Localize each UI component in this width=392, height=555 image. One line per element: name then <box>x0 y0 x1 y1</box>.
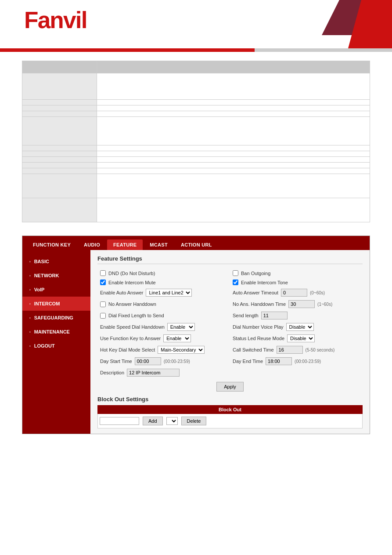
apply-button[interactable]: Apply <box>216 382 244 392</box>
add-button[interactable]: Add <box>143 417 163 425</box>
table-row <box>22 198 370 222</box>
auto-answer-cell: Enable Auto Answer Line1 and Line2 <box>97 287 230 298</box>
tab-function-key[interactable]: FUNCTION KEY <box>27 239 77 250</box>
description-cell: Description <box>97 367 230 378</box>
sidebar-item-logout[interactable]: › LOGOUT <box>22 339 90 353</box>
dnd-checkbox[interactable] <box>100 270 106 276</box>
description-input[interactable] <box>127 369 180 377</box>
sidebar-item-safeguarding[interactable]: › SAFEGUARDING <box>22 311 90 325</box>
sidebar-item-maintenance[interactable]: › MAINTENANCE <box>22 325 90 339</box>
block-out-row: Add Delete <box>97 414 363 428</box>
upper-table <box>22 61 370 222</box>
auto-answer-select[interactable]: Line1 and Line2 <box>146 289 192 297</box>
status-led-reuse-select[interactable]: Disable Enable <box>287 334 315 342</box>
tab-action-url[interactable]: Action URL <box>175 239 218 250</box>
chevron-right-icon: › <box>29 344 31 348</box>
row10-left <box>22 168 97 174</box>
tab-mcast[interactable]: MCAST <box>144 239 174 250</box>
delete-button[interactable]: Delete <box>181 417 207 425</box>
row5-left <box>22 117 97 145</box>
tab-audio[interactable]: AUDIO <box>78 239 106 250</box>
row11-left <box>22 174 97 198</box>
block-out-input[interactable] <box>100 417 139 425</box>
dial-number-voice-label: Dial Number Voice Play <box>233 324 284 330</box>
intercom-tone-checkbox[interactable] <box>233 279 238 285</box>
sidebar-item-label: MAINTENANCE <box>34 329 70 334</box>
tab-feature[interactable]: FEATURE <box>107 239 143 250</box>
function-key-answer-select[interactable]: Enable Disable <box>163 334 191 342</box>
auto-answer-timeout-hint: (0~60s) <box>310 290 325 295</box>
block-out-header: Block Out <box>97 405 363 414</box>
sidebar-item-label: NETWORK <box>34 273 59 278</box>
table-row <box>22 168 370 174</box>
row4-right <box>97 111 370 117</box>
day-end-time-hint: (00:00-23:59) <box>295 359 321 364</box>
dnd-cell: DND (Do Not Disturb) <box>97 268 230 278</box>
description-right-cell <box>230 367 363 378</box>
no-ans-handdown-time-input[interactable] <box>288 300 315 308</box>
day-start-time-input[interactable] <box>135 357 161 365</box>
no-answer-handdown-checkbox[interactable] <box>100 301 106 307</box>
table-header-row <box>22 61 370 73</box>
table-row <box>22 105 370 111</box>
status-led-reuse-cell: Status Led Reuse Mode Disable Enable <box>230 333 363 344</box>
row2-left <box>22 100 97 105</box>
sidebar-item-basic[interactable]: › BASIC <box>22 254 90 268</box>
dial-fixed-length-checkbox[interactable] <box>100 313 106 319</box>
ban-outgoing-label: Ban Outgoing <box>241 271 270 276</box>
chevron-right-icon: › <box>29 274 31 278</box>
fanvil-logo: Fanvil <box>24 8 104 33</box>
sidebar-item-label: INTERCOM <box>34 301 60 306</box>
table-row <box>22 157 370 163</box>
sidebar-item-voip[interactable]: › VoIP <box>22 283 90 297</box>
speed-dial-handdown-select[interactable]: Enable Disable <box>167 323 195 331</box>
ban-outgoing-checkbox[interactable] <box>233 270 238 276</box>
intercom-tone-cell: Enable Intercom Tone <box>230 278 363 287</box>
table-row <box>22 100 370 105</box>
upper-table-section <box>0 61 392 231</box>
row12-left <box>22 198 97 222</box>
sidebar-item-intercom[interactable]: › INTERCOM <box>22 297 90 311</box>
dial-fixed-length-cell: Dial Fixed Length to Send <box>97 310 230 321</box>
row7-left <box>22 151 97 157</box>
send-length-input[interactable] <box>261 312 288 319</box>
table-row <box>22 117 370 145</box>
intercom-mute-checkbox[interactable] <box>100 279 106 285</box>
table-row <box>22 73 370 100</box>
main-content: Feature Settings DND (Do Not Disturb) Ba… <box>90 250 370 434</box>
block-out-title: Block Out Settings <box>97 396 363 403</box>
auto-answer-label: Enable Auto Answer <box>100 290 143 295</box>
description-label: Description <box>100 370 124 375</box>
row9-left <box>22 163 97 168</box>
function-key-answer-cell: Use Function Key to Answer Enable Disabl… <box>97 333 230 344</box>
row10-right <box>97 168 370 174</box>
day-end-time-input[interactable] <box>266 357 292 365</box>
header-decoration <box>295 0 392 48</box>
block-out-select[interactable] <box>166 417 178 425</box>
day-end-time-cell: Day End Time (00:00-23:59) <box>230 355 363 367</box>
hot-key-dial-mode-select[interactable]: Main-Secondary <box>158 346 205 354</box>
row8-left <box>22 157 97 163</box>
feature-settings-grid: DND (Do Not Disturb) Ban Outgoing Enable… <box>97 268 363 378</box>
chevron-right-icon: › <box>29 302 31 306</box>
hot-key-dial-mode-label: Hot Key Dial Mode Select <box>100 347 155 352</box>
sidebar-item-label: SAFEGUARDING <box>34 315 73 320</box>
call-switched-time-input[interactable] <box>277 346 303 354</box>
day-start-time-label: Day Start Time <box>100 359 132 364</box>
row12-right <box>97 198 370 222</box>
chevron-right-icon: › <box>29 288 31 292</box>
send-length-label: Send length <box>233 313 259 318</box>
sidebar-item-network[interactable]: › NETWORK <box>22 268 90 283</box>
row3-left <box>22 105 97 111</box>
function-key-answer-label: Use Function Key to Answer <box>100 336 161 341</box>
block-out-section: Block Out Settings Block Out Add Delete <box>97 396 363 428</box>
row7-right <box>97 151 370 157</box>
feature-settings-title: Feature Settings <box>97 255 363 264</box>
row8-right <box>97 157 370 163</box>
auto-answer-timeout-input[interactable] <box>281 289 307 297</box>
dnd-label: DND (Do Not Disturb) <box>108 271 155 276</box>
no-answer-handdown-label: No Answer Handdown <box>108 301 156 307</box>
col2-header <box>97 61 370 73</box>
intercom-mute-cell: Enable Intercom Mute <box>97 278 230 287</box>
dial-number-voice-select[interactable]: Disable Enable <box>286 323 314 331</box>
